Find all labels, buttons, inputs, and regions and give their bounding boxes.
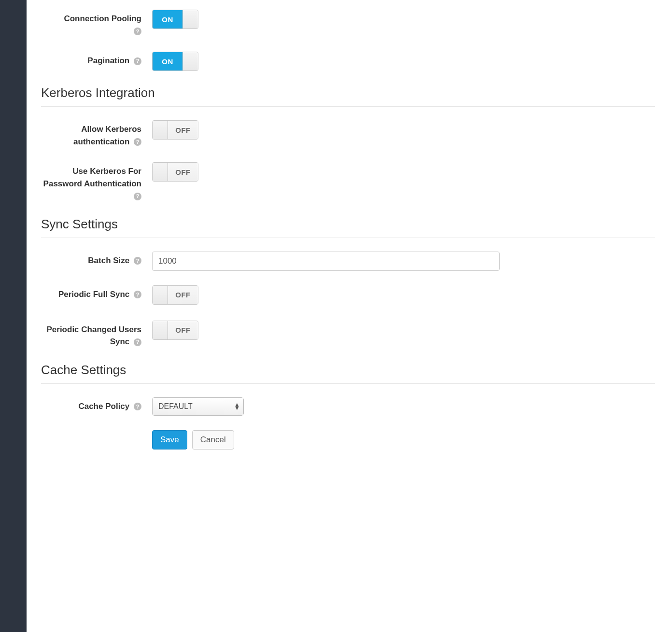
row-cache-policy: Cache Policy ? DEFAULT ▲▼: [41, 397, 655, 416]
label-text: Allow Kerberos authentication: [73, 125, 141, 146]
toggle-connection-pooling[interactable]: ON: [152, 10, 198, 29]
label-text: Batch Size: [88, 256, 129, 265]
help-icon[interactable]: ?: [134, 291, 141, 298]
toggle-handle: [182, 52, 198, 70]
control-cache-policy: DEFAULT ▲▼: [152, 397, 500, 416]
toggle-pagination[interactable]: ON: [152, 52, 198, 71]
row-connection-pooling: Connection Pooling ? ON: [41, 10, 655, 37]
label-text: Periodic Changed Users Sync: [46, 325, 141, 347]
toggle-off-label: OFF: [168, 321, 198, 339]
help-icon[interactable]: ?: [134, 338, 141, 346]
toggle-allow-kerberos[interactable]: OFF: [152, 120, 198, 140]
label-periodic-full-sync: Periodic Full Sync ?: [41, 285, 152, 301]
toggle-handle: [182, 10, 198, 28]
settings-form: Connection Pooling ? ON Pagination ? ON …: [27, 0, 672, 632]
help-icon[interactable]: ?: [134, 138, 141, 146]
control-periodic-full-sync: OFF: [152, 285, 500, 306]
heading-kerberos: Kerberos Integration: [41, 85, 655, 107]
toggle-periodic-changed-sync[interactable]: OFF: [152, 321, 198, 340]
toggle-off-label: OFF: [168, 121, 198, 139]
help-icon[interactable]: ?: [134, 28, 141, 35]
label-text: Periodic Full Sync: [58, 290, 129, 299]
label-allow-kerberos: Allow Kerberos authentication ?: [41, 120, 152, 148]
label-pagination: Pagination ?: [41, 52, 152, 67]
row-pagination: Pagination ? ON: [41, 52, 655, 71]
save-button[interactable]: Save: [152, 430, 187, 449]
label-batch-size: Batch Size ?: [41, 252, 152, 267]
row-kerberos-pwd: Use Kerberos For Password Authentication…: [41, 162, 655, 202]
row-actions: Save Cancel: [41, 430, 655, 449]
label-text: Connection Pooling: [64, 14, 141, 23]
label-text: Use Kerberos For Password Authentication: [43, 167, 141, 188]
help-icon[interactable]: ?: [134, 57, 141, 65]
label-connection-pooling: Connection Pooling ?: [41, 10, 152, 37]
toggle-kerberos-pwd[interactable]: OFF: [152, 162, 198, 182]
label-kerberos-pwd: Use Kerberos For Password Authentication…: [41, 162, 152, 202]
row-batch-size: Batch Size ?: [41, 252, 655, 271]
help-icon[interactable]: ?: [134, 257, 141, 265]
action-buttons: Save Cancel: [152, 430, 500, 449]
help-icon[interactable]: ?: [134, 193, 141, 200]
row-allow-kerberos: Allow Kerberos authentication ? OFF: [41, 120, 655, 148]
toggle-handle: [153, 121, 168, 139]
row-periodic-changed-sync: Periodic Changed Users Sync ? OFF: [41, 321, 655, 348]
label-periodic-changed-sync: Periodic Changed Users Sync ?: [41, 321, 152, 348]
row-periodic-full-sync: Periodic Full Sync ? OFF: [41, 285, 655, 306]
label-cache-policy: Cache Policy ?: [41, 397, 152, 413]
heading-sync: Sync Settings: [41, 217, 655, 238]
control-connection-pooling: ON: [152, 10, 500, 29]
control-periodic-changed-sync: OFF: [152, 321, 500, 341]
batch-size-input[interactable]: [152, 252, 500, 271]
cancel-button[interactable]: Cancel: [192, 430, 234, 449]
help-icon[interactable]: ?: [134, 403, 141, 410]
heading-cache: Cache Settings: [41, 363, 655, 384]
toggle-on-label: ON: [153, 10, 182, 28]
control-pagination: ON: [152, 52, 500, 71]
sidebar: [0, 0, 27, 632]
control-allow-kerberos: OFF: [152, 120, 500, 141]
label-text: Pagination: [87, 56, 129, 65]
cache-policy-select-wrap: DEFAULT ▲▼: [152, 397, 244, 416]
control-kerberos-pwd: OFF: [152, 162, 500, 183]
label-text: Cache Policy: [78, 402, 129, 411]
toggle-off-label: OFF: [168, 163, 198, 181]
toggle-handle: [153, 321, 168, 339]
toggle-handle: [153, 163, 168, 181]
toggle-handle: [153, 286, 168, 304]
cache-policy-select[interactable]: DEFAULT: [152, 397, 244, 416]
control-batch-size: [152, 252, 500, 271]
label-empty: [41, 430, 152, 433]
toggle-on-label: ON: [153, 52, 182, 70]
toggle-periodic-full-sync[interactable]: OFF: [152, 285, 198, 305]
toggle-off-label: OFF: [168, 286, 198, 304]
